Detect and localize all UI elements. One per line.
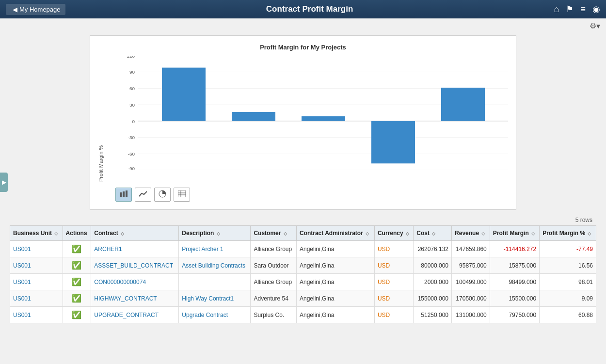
- business-unit-link[interactable]: US001: [13, 312, 31, 318]
- cell-revenue: 147659.860: [452, 241, 490, 257]
- cell-business-unit: US001: [10, 290, 63, 307]
- home-icon[interactable]: ⌂: [554, 4, 559, 15]
- description-link[interactable]: Asset Building Contracts: [182, 262, 245, 269]
- business-unit-link[interactable]: US001: [13, 295, 31, 302]
- col-header-business-unit[interactable]: Business Unit ◇: [10, 226, 63, 241]
- col-header-actions: Actions: [63, 226, 91, 241]
- chart-area: Profit Margin %: [98, 56, 508, 182]
- cell-actions: ✅: [63, 241, 91, 257]
- svg-rect-20: [441, 88, 485, 121]
- svg-rect-18: [302, 116, 345, 121]
- currency-link[interactable]: USD: [378, 312, 390, 318]
- col-header-revenue[interactable]: Revenue ◇: [452, 226, 490, 241]
- cell-customer: Surplus Co.: [251, 307, 297, 323]
- status-icon[interactable]: ✅: [72, 278, 81, 286]
- contract-link[interactable]: ASSSET_BUILD_CONTRACT: [94, 262, 173, 269]
- currency-link[interactable]: USD: [378, 262, 390, 269]
- cell-description: [179, 274, 251, 290]
- cell-cost: 155000.000: [414, 290, 452, 307]
- table-chart-button[interactable]: [174, 188, 190, 202]
- cell-profit-margin: 15875.000: [490, 257, 539, 274]
- header-icons: ⌂ ⚑ ≡ ◉: [554, 4, 600, 15]
- svg-rect-31: [120, 192, 122, 197]
- cell-revenue: 95875.000: [452, 257, 490, 274]
- table-section: 5 rows Business Unit ◇ Actions Contract …: [10, 215, 596, 328]
- chart-buttons: [98, 188, 508, 202]
- currency-link[interactable]: USD: [378, 295, 390, 302]
- menu-icon[interactable]: ≡: [580, 4, 586, 15]
- cell-profit-margin-pct: 98.01: [540, 274, 596, 290]
- cell-revenue: 131000.000: [452, 307, 490, 323]
- chart-svg: 120 90 60 30 0 -30 -60 -90: [120, 56, 508, 170]
- col-header-profit-margin[interactable]: Profit Margin ◇: [490, 226, 539, 241]
- contract-link[interactable]: UPGRADE_CONTRACT: [94, 312, 159, 318]
- cell-contract-admin: Angelini,Gina: [296, 274, 374, 290]
- pie-chart-button[interactable]: [154, 188, 171, 202]
- table-row: US001 ✅ CON000000000074 Alliance Group A…: [10, 274, 596, 290]
- svg-rect-17: [232, 112, 275, 121]
- y-axis-label: Profit Margin %: [98, 56, 104, 182]
- description-link[interactable]: High Way Contract1: [182, 295, 234, 302]
- settings-button[interactable]: ⚙▾: [590, 21, 600, 31]
- description-link[interactable]: Project Archer 1: [182, 246, 223, 253]
- svg-rect-32: [123, 191, 125, 197]
- contract-link[interactable]: ARCHER1: [94, 246, 122, 253]
- cell-business-unit: US001: [10, 307, 63, 323]
- data-table: Business Unit ◇ Actions Contract ◇ Descr…: [10, 225, 596, 323]
- svg-text:0: 0: [132, 119, 135, 124]
- status-icon[interactable]: ✅: [72, 245, 81, 253]
- currency-link[interactable]: USD: [378, 279, 390, 285]
- cell-currency: USD: [374, 257, 413, 274]
- cell-contract-admin: Angelini,Gina: [296, 241, 374, 257]
- cell-actions: ✅: [63, 257, 91, 274]
- col-header-customer[interactable]: Customer ◇: [251, 226, 297, 241]
- cell-profit-margin-pct: -77.49: [540, 241, 596, 257]
- cell-customer: Sara Outdoor: [251, 257, 297, 274]
- contract-link[interactable]: HIGHWAY_CONTRACT: [94, 295, 157, 302]
- business-unit-link[interactable]: US001: [13, 262, 31, 269]
- cell-business-unit: US001: [10, 241, 63, 257]
- chart-title: Profit Margin for My Projects: [98, 44, 508, 51]
- svg-rect-16: [162, 68, 206, 121]
- line-chart-button[interactable]: [135, 188, 151, 202]
- svg-text:-90: -90: [128, 166, 135, 170]
- description-link[interactable]: Upgrade Contract: [182, 312, 228, 318]
- cell-actions: ✅: [63, 274, 91, 290]
- cell-cost: 80000.000: [414, 257, 452, 274]
- business-unit-link[interactable]: US001: [13, 246, 31, 253]
- user-icon[interactable]: ◉: [592, 4, 600, 15]
- cell-description: Asset Building Contracts: [179, 257, 251, 274]
- cell-contract: ASSSET_BUILD_CONTRACT: [91, 257, 179, 274]
- flag-icon[interactable]: ⚑: [566, 4, 574, 15]
- cell-currency: USD: [374, 241, 413, 257]
- back-button[interactable]: ◀ My Homepage: [6, 4, 65, 15]
- col-header-contract[interactable]: Contract ◇: [91, 226, 179, 241]
- table-row: US001 ✅ ARCHER1 Project Archer 1 Allianc…: [10, 241, 596, 257]
- sidebar-toggle-button[interactable]: ▶: [0, 173, 8, 192]
- col-header-profit-margin-pct[interactable]: Profit Margin % ◇: [540, 226, 596, 241]
- cell-currency: USD: [374, 290, 413, 307]
- back-label: My Homepage: [19, 6, 61, 13]
- svg-text:-60: -60: [128, 152, 135, 157]
- svg-rect-35: [178, 190, 186, 197]
- cell-business-unit: US001: [10, 257, 63, 274]
- currency-link[interactable]: USD: [378, 246, 390, 253]
- status-icon[interactable]: ✅: [72, 311, 81, 319]
- status-icon[interactable]: ✅: [72, 261, 81, 269]
- bar-chart-button[interactable]: [115, 188, 132, 202]
- cell-profit-margin-pct: 16.56: [540, 257, 596, 274]
- cell-profit-margin-pct: 60.88: [540, 307, 596, 323]
- cell-contract: CON000000000074: [91, 274, 179, 290]
- cell-contract-admin: Angelini,Gina: [296, 290, 374, 307]
- contract-link[interactable]: CON000000000074: [94, 279, 146, 285]
- business-unit-link[interactable]: US001: [13, 279, 31, 285]
- col-header-description[interactable]: Description ◇: [179, 226, 251, 241]
- svg-rect-19: [371, 121, 415, 164]
- col-header-cost[interactable]: Cost ◇: [414, 226, 452, 241]
- cell-cost: 2000.000: [414, 274, 452, 290]
- svg-rect-33: [126, 190, 128, 197]
- status-icon[interactable]: ✅: [72, 294, 81, 302]
- svg-text:60: 60: [129, 86, 135, 91]
- col-header-contract-admin[interactable]: Contract Administrator ◇: [296, 226, 374, 241]
- col-header-currency[interactable]: Currency ◇: [374, 226, 413, 241]
